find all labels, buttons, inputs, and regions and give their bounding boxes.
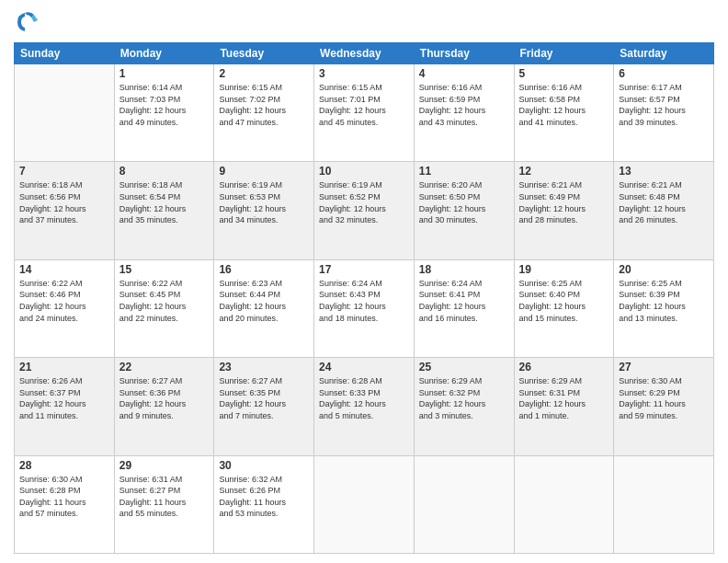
day-info: Sunrise: 6:17 AMSunset: 6:57 PMDaylight:…: [619, 82, 709, 128]
calendar-cell: [414, 455, 514, 553]
weekday-header-thursday: Thursday: [414, 43, 514, 64]
day-number: 17: [319, 263, 409, 276]
calendar-cell: [514, 455, 614, 553]
calendar-cell: [15, 64, 115, 162]
day-number: 1: [119, 67, 210, 80]
calendar-cell: 15Sunrise: 6:22 AMSunset: 6:45 PMDayligh…: [114, 259, 214, 357]
day-number: 7: [19, 165, 109, 178]
day-info: Sunrise: 6:29 AMSunset: 6:32 PMDaylight:…: [419, 375, 509, 421]
calendar-cell: 11Sunrise: 6:20 AMSunset: 6:50 PMDayligh…: [414, 162, 514, 259]
calendar-cell: 24Sunrise: 6:28 AMSunset: 6:33 PMDayligh…: [314, 358, 415, 455]
calendar-cell: 22Sunrise: 6:27 AMSunset: 6:36 PMDayligh…: [114, 358, 214, 455]
day-number: 24: [319, 361, 409, 373]
day-number: 18: [419, 263, 509, 276]
calendar-cell: 8Sunrise: 6:18 AMSunset: 6:54 PMDaylight…: [114, 162, 214, 259]
day-info: Sunrise: 6:25 AMSunset: 6:40 PMDaylight:…: [519, 278, 609, 324]
day-info: Sunrise: 6:14 AMSunset: 7:03 PMDaylight:…: [119, 82, 210, 128]
day-info: Sunrise: 6:25 AMSunset: 6:39 PMDaylight:…: [619, 278, 709, 324]
calendar-cell: 2Sunrise: 6:15 AMSunset: 7:02 PMDaylight…: [214, 64, 314, 162]
calendar-cell: 4Sunrise: 6:16 AMSunset: 6:59 PMDaylight…: [414, 64, 514, 162]
calendar-cell: 27Sunrise: 6:30 AMSunset: 6:29 PMDayligh…: [614, 358, 714, 455]
day-info: Sunrise: 6:20 AMSunset: 6:50 PMDaylight:…: [419, 179, 509, 225]
day-number: 27: [619, 361, 709, 373]
day-number: 29: [119, 459, 210, 472]
day-number: 28: [19, 459, 109, 472]
calendar-cell: 1Sunrise: 6:14 AMSunset: 7:03 PMDaylight…: [114, 64, 214, 162]
day-number: 21: [19, 361, 109, 373]
day-info: Sunrise: 6:31 AMSunset: 6:27 PMDaylight:…: [119, 474, 210, 520]
calendar-cell: 6Sunrise: 6:17 AMSunset: 6:57 PMDaylight…: [614, 64, 714, 162]
calendar-cell: 30Sunrise: 6:32 AMSunset: 6:26 PMDayligh…: [214, 455, 314, 553]
calendar-cell: 21Sunrise: 6:26 AMSunset: 6:37 PMDayligh…: [15, 358, 115, 455]
day-number: 6: [619, 67, 709, 80]
calendar-cell: 19Sunrise: 6:25 AMSunset: 6:40 PMDayligh…: [514, 259, 614, 357]
day-info: Sunrise: 6:28 AMSunset: 6:33 PMDaylight:…: [319, 375, 409, 421]
day-number: 12: [519, 165, 609, 178]
calendar-week-row: 7Sunrise: 6:18 AMSunset: 6:56 PMDaylight…: [15, 162, 714, 259]
logo: [14, 9, 43, 35]
day-info: Sunrise: 6:30 AMSunset: 6:29 PMDaylight:…: [619, 375, 709, 421]
day-number: 30: [219, 459, 309, 472]
day-info: Sunrise: 6:19 AMSunset: 6:53 PMDaylight:…: [219, 179, 309, 225]
day-number: 9: [219, 165, 309, 178]
day-info: Sunrise: 6:23 AMSunset: 6:44 PMDaylight:…: [219, 278, 309, 324]
weekday-header-row: SundayMondayTuesdayWednesdayThursdayFrid…: [15, 43, 714, 64]
day-number: 25: [419, 361, 509, 373]
calendar-cell: 25Sunrise: 6:29 AMSunset: 6:32 PMDayligh…: [414, 358, 514, 455]
weekday-header-tuesday: Tuesday: [214, 43, 314, 64]
calendar-cell: 9Sunrise: 6:19 AMSunset: 6:53 PMDaylight…: [214, 162, 314, 259]
day-info: Sunrise: 6:27 AMSunset: 6:35 PMDaylight:…: [219, 375, 309, 421]
calendar-cell: 12Sunrise: 6:21 AMSunset: 6:49 PMDayligh…: [514, 162, 614, 259]
day-number: 13: [619, 165, 709, 178]
calendar-page: SundayMondayTuesdayWednesdayThursdayFrid…: [0, 0, 728, 563]
calendar-cell: 18Sunrise: 6:24 AMSunset: 6:41 PMDayligh…: [414, 259, 514, 357]
day-info: Sunrise: 6:16 AMSunset: 6:58 PMDaylight:…: [519, 82, 609, 128]
calendar-week-row: 1Sunrise: 6:14 AMSunset: 7:03 PMDaylight…: [15, 64, 714, 162]
weekday-header-friday: Friday: [514, 43, 614, 64]
day-number: 26: [519, 361, 609, 373]
calendar-week-row: 21Sunrise: 6:26 AMSunset: 6:37 PMDayligh…: [15, 358, 714, 455]
day-info: Sunrise: 6:22 AMSunset: 6:46 PMDaylight:…: [19, 278, 109, 324]
weekday-header-saturday: Saturday: [614, 43, 714, 64]
day-info: Sunrise: 6:21 AMSunset: 6:49 PMDaylight:…: [519, 179, 609, 225]
day-number: 16: [219, 263, 309, 276]
calendar-cell: 5Sunrise: 6:16 AMSunset: 6:58 PMDaylight…: [514, 64, 614, 162]
calendar-week-row: 28Sunrise: 6:30 AMSunset: 6:28 PMDayligh…: [15, 455, 714, 553]
calendar-cell: 14Sunrise: 6:22 AMSunset: 6:46 PMDayligh…: [15, 259, 115, 357]
calendar-cell: 17Sunrise: 6:24 AMSunset: 6:43 PMDayligh…: [314, 259, 415, 357]
logo-icon: [14, 9, 40, 35]
day-info: Sunrise: 6:24 AMSunset: 6:43 PMDaylight:…: [319, 278, 409, 324]
day-info: Sunrise: 6:30 AMSunset: 6:28 PMDaylight:…: [19, 474, 109, 520]
day-number: 5: [519, 67, 609, 80]
calendar-cell: 26Sunrise: 6:29 AMSunset: 6:31 PMDayligh…: [514, 358, 614, 455]
day-info: Sunrise: 6:18 AMSunset: 6:56 PMDaylight:…: [19, 179, 109, 225]
day-number: 11: [419, 165, 509, 178]
day-info: Sunrise: 6:18 AMSunset: 6:54 PMDaylight:…: [119, 179, 210, 225]
day-info: Sunrise: 6:32 AMSunset: 6:26 PMDaylight:…: [219, 474, 309, 520]
day-info: Sunrise: 6:15 AMSunset: 7:02 PMDaylight:…: [219, 82, 309, 128]
weekday-header-sunday: Sunday: [15, 43, 115, 64]
day-number: 2: [219, 67, 309, 80]
day-number: 20: [619, 263, 709, 276]
calendar-table: SundayMondayTuesdayWednesdayThursdayFrid…: [14, 42, 714, 554]
day-info: Sunrise: 6:26 AMSunset: 6:37 PMDaylight:…: [19, 375, 109, 421]
calendar-cell: 28Sunrise: 6:30 AMSunset: 6:28 PMDayligh…: [15, 455, 115, 553]
day-number: 14: [19, 263, 109, 276]
day-number: 8: [119, 165, 210, 178]
header: [14, 9, 714, 35]
day-number: 4: [419, 67, 509, 80]
calendar-cell: 10Sunrise: 6:19 AMSunset: 6:52 PMDayligh…: [314, 162, 415, 259]
day-number: 15: [119, 263, 210, 276]
calendar-cell: 23Sunrise: 6:27 AMSunset: 6:35 PMDayligh…: [214, 358, 314, 455]
calendar-cell: 16Sunrise: 6:23 AMSunset: 6:44 PMDayligh…: [214, 259, 314, 357]
day-info: Sunrise: 6:27 AMSunset: 6:36 PMDaylight:…: [119, 375, 210, 421]
calendar-week-row: 14Sunrise: 6:22 AMSunset: 6:46 PMDayligh…: [15, 259, 714, 357]
weekday-header-monday: Monday: [114, 43, 214, 64]
calendar-cell: 29Sunrise: 6:31 AMSunset: 6:27 PMDayligh…: [114, 455, 214, 553]
day-number: 3: [319, 67, 409, 80]
weekday-header-wednesday: Wednesday: [314, 43, 415, 64]
day-info: Sunrise: 6:16 AMSunset: 6:59 PMDaylight:…: [419, 82, 509, 128]
day-info: Sunrise: 6:24 AMSunset: 6:41 PMDaylight:…: [419, 278, 509, 324]
day-info: Sunrise: 6:15 AMSunset: 7:01 PMDaylight:…: [319, 82, 409, 128]
calendar-cell: 7Sunrise: 6:18 AMSunset: 6:56 PMDaylight…: [15, 162, 115, 259]
